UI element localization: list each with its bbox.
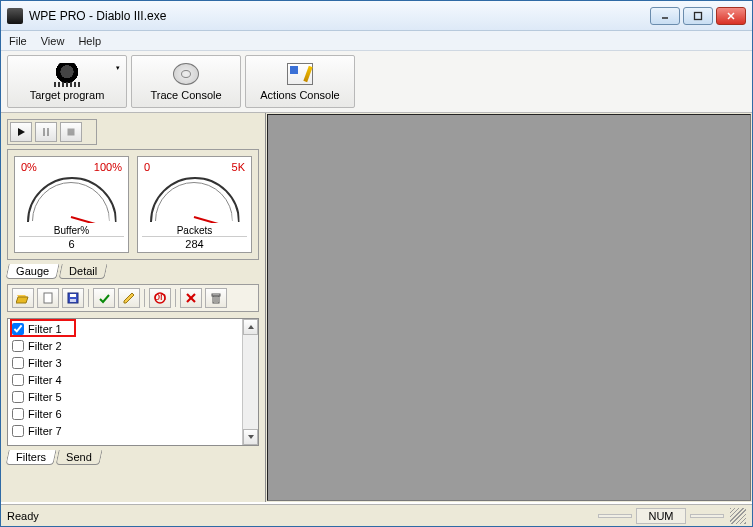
menu-view[interactable]: View	[41, 35, 65, 47]
filter-row[interactable]: Filter 2	[10, 337, 240, 354]
filter-row[interactable]: Filter 4	[10, 371, 240, 388]
buffer-value: 6	[19, 236, 124, 250]
buffer-max: 100%	[94, 161, 122, 173]
menu-help[interactable]: Help	[78, 35, 101, 47]
transport-bar	[7, 119, 97, 145]
svg-rect-20	[212, 294, 220, 296]
tab-send[interactable]: Send	[55, 450, 102, 465]
packets-min: 0	[144, 161, 150, 173]
chip-icon	[54, 63, 80, 85]
filter-label: Filter 2	[28, 340, 62, 352]
filter-row[interactable]: Filter 5	[10, 388, 240, 405]
window-title: WPE PRO - Diablo III.exe	[29, 9, 650, 23]
filter-checkbox[interactable]	[12, 340, 24, 352]
filter-checkbox[interactable]	[12, 323, 24, 335]
svg-rect-6	[47, 128, 49, 136]
buffer-label: Buffer%	[54, 225, 89, 236]
filter-label: Filter 5	[28, 391, 62, 403]
svg-rect-19	[213, 296, 219, 303]
filter-tabstrip: Filters Send	[1, 446, 265, 464]
filter-label: Filter 3	[28, 357, 62, 369]
scrollbar[interactable]	[242, 319, 258, 445]
scroll-down-icon[interactable]	[243, 429, 258, 445]
svg-marker-24	[248, 435, 254, 439]
trace-console-button[interactable]: Trace Console	[131, 55, 241, 108]
pause-button[interactable]	[35, 122, 57, 142]
target-label: Target program	[30, 89, 105, 101]
filter-row[interactable]: Filter 6	[10, 405, 240, 422]
actions-icon	[287, 63, 313, 85]
main-split: 0%100% Buffer% 6 05K Packets 284 Gauge D…	[1, 113, 752, 502]
filter-row[interactable]: Filter 7	[10, 422, 240, 439]
delete-button[interactable]	[180, 288, 202, 308]
filter-label: Filter 6	[28, 408, 62, 420]
toolbar: Target program ▾ Trace Console Actions C…	[1, 51, 752, 113]
apply-button[interactable]	[93, 288, 115, 308]
titlebar: WPE PRO - Diablo III.exe	[1, 1, 752, 31]
tab-filters[interactable]: Filters	[5, 450, 56, 465]
menu-file[interactable]: File	[9, 35, 27, 47]
separator	[88, 289, 89, 307]
content-area	[267, 114, 751, 501]
filter-label: Filter 4	[28, 374, 62, 386]
svg-rect-7	[68, 129, 75, 136]
filter-checkbox[interactable]	[12, 357, 24, 369]
save-button[interactable]	[62, 288, 84, 308]
window-buttons	[650, 7, 746, 25]
svg-rect-10	[44, 293, 52, 303]
chevron-down-icon[interactable]: ▾	[116, 64, 120, 72]
tab-detail[interactable]: Detail	[58, 264, 107, 279]
play-button[interactable]	[10, 122, 32, 142]
svg-marker-9	[16, 297, 28, 303]
new-button[interactable]	[37, 288, 59, 308]
menubar: File View Help	[1, 31, 752, 51]
target-program-button[interactable]: Target program ▾	[7, 55, 127, 108]
gauge-arc-icon	[150, 173, 240, 223]
filter-checkbox[interactable]	[12, 374, 24, 386]
filter-list: Filter 1Filter 2Filter 3Filter 4Filter 5…	[7, 318, 259, 446]
tab-gauge[interactable]: Gauge	[5, 264, 59, 279]
close-button[interactable]	[716, 7, 746, 25]
left-pane: 0%100% Buffer% 6 05K Packets 284 Gauge D…	[1, 113, 266, 502]
filter-checkbox[interactable]	[12, 425, 24, 437]
status-cell	[690, 514, 724, 518]
stop-button[interactable]	[60, 122, 82, 142]
svg-marker-14	[124, 293, 134, 303]
separator	[175, 289, 176, 307]
open-button[interactable]	[12, 288, 34, 308]
packets-value: 284	[142, 236, 247, 250]
filter-row[interactable]: Filter 3	[10, 354, 240, 371]
gauge-panel: 0%100% Buffer% 6 05K Packets 284	[7, 149, 259, 260]
filter-checkbox[interactable]	[12, 391, 24, 403]
filter-toolbar: on	[7, 284, 259, 312]
packets-gauge: 05K Packets 284	[137, 156, 252, 253]
filter-label: Filter 1	[28, 323, 62, 335]
buffer-gauge: 0%100% Buffer% 6	[14, 156, 129, 253]
app-icon	[7, 8, 23, 24]
packets-max: 5K	[232, 161, 245, 173]
trash-button[interactable]	[205, 288, 227, 308]
filter-row[interactable]: Filter 1	[10, 320, 240, 337]
buffer-min: 0%	[21, 161, 37, 173]
svg-rect-5	[43, 128, 45, 136]
status-text: Ready	[7, 510, 594, 522]
svg-rect-1	[695, 12, 702, 19]
minimize-button[interactable]	[650, 7, 680, 25]
svg-text:on: on	[154, 291, 166, 302]
resize-grip-icon[interactable]	[730, 508, 746, 524]
gauge-tabstrip: Gauge Detail	[1, 260, 265, 278]
svg-marker-23	[248, 325, 254, 329]
gauge-arc-icon	[27, 173, 117, 223]
maximize-button[interactable]	[683, 7, 713, 25]
actions-console-button[interactable]: Actions Console	[245, 55, 355, 108]
toggle-button[interactable]: on	[149, 288, 171, 308]
scroll-up-icon[interactable]	[243, 319, 258, 335]
status-num: NUM	[636, 508, 686, 524]
status-cell	[598, 514, 632, 518]
scroll-track[interactable]	[243, 335, 258, 429]
packets-label: Packets	[177, 225, 213, 236]
filter-checkbox[interactable]	[12, 408, 24, 420]
edit-button[interactable]	[118, 288, 140, 308]
actions-label: Actions Console	[260, 89, 340, 101]
trace-label: Trace Console	[150, 89, 221, 101]
